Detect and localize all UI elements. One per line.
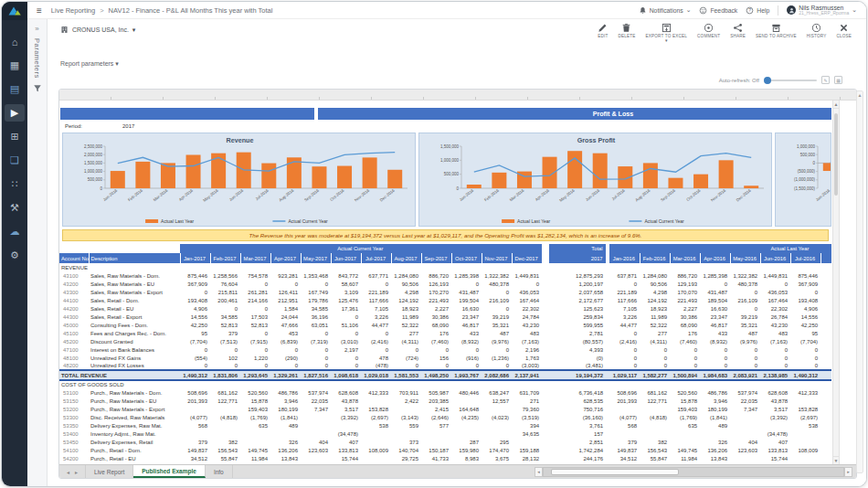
expand-parameters-icon[interactable]: » (35, 25, 38, 33)
table-cell (391, 405, 421, 413)
table-cell (361, 438, 391, 446)
table-row: 44300Sales, Retail - Export14,55634,5851… (59, 313, 831, 321)
clipped-chart: 1,000,000500,0000(500,000)(1,000,000)(1,… (775, 133, 831, 227)
table-cell: 0 (609, 354, 640, 362)
col-month (820, 253, 831, 263)
description-cell: Fees and Charges Rec. - Dom. (89, 329, 180, 337)
sheet-tab-live-report[interactable]: Live Report (85, 465, 133, 478)
table-cell: 214,166 (240, 296, 270, 304)
scroll-left-icon[interactable]: ◂ (535, 467, 543, 477)
table-row: 45200Discount Granted(7,704)(7,513)(7,91… (59, 337, 831, 345)
export-to-excel-button[interactable]: EXPORT TO EXCEL▾ (646, 22, 688, 42)
table-cell (640, 421, 670, 430)
edit-button[interactable]: EDIT (598, 22, 608, 42)
table-cell: (2,697) (790, 413, 820, 421)
table-cell-total: 2,851 (549, 438, 606, 446)
table-cell: 0 (760, 354, 790, 362)
sidebar-item-connections[interactable]: ∷ (5, 175, 25, 193)
table-cell: 0 (760, 362, 790, 370)
table-cell: 3,946 (270, 397, 301, 405)
table-cell: 123,603 (301, 446, 331, 454)
close-button[interactable]: CLOSE (836, 22, 852, 42)
sidebar-item-documents[interactable]: ❏ (5, 152, 25, 169)
tab-next-icon[interactable]: ▸ (73, 469, 79, 475)
sidebar-item-report-viewer[interactable]: ▶ (5, 104, 25, 122)
sheet-tab-info[interactable]: Info (206, 465, 233, 478)
table-cell: 24,044 (270, 313, 301, 321)
table-cell: 478 (361, 354, 391, 362)
table-cell (820, 421, 831, 430)
sidebar-item-tasks[interactable]: ▤ (5, 80, 25, 98)
sheet-tab-published-example[interactable]: Published Example (133, 465, 206, 478)
edit-layout-icon[interactable]: ✎ (821, 76, 830, 84)
window-scrollbar[interactable]: ▲ (856, 90, 863, 473)
table-cell (180, 405, 210, 413)
table-cell: 489 (700, 421, 730, 430)
grid-view-icon[interactable]: ▦ (834, 76, 842, 84)
table-cell: 0 (482, 304, 512, 313)
scroll-up-icon[interactable]: ▲ (833, 101, 839, 109)
table-section-row: COST OF GOODS SOLD (59, 380, 831, 388)
table-cell: 221,493 (670, 296, 700, 304)
table-cell: (1,841) (270, 413, 301, 421)
table-cell (730, 430, 760, 438)
sidebar-item-settings[interactable]: ⚙ (5, 247, 25, 264)
sheet-vertical-scrollbar[interactable]: ▲ ▼ (832, 101, 840, 464)
table-cell: 480,378 (730, 280, 760, 288)
company-selector[interactable]: CRONUS USA, Inc. ▾ (60, 26, 135, 34)
scroll-right-icon[interactable]: ▸ (844, 467, 852, 477)
tables-icon: ⊞ (10, 131, 18, 143)
table-cell: 212,951 (270, 296, 301, 304)
table-cell: 681,162 (210, 388, 240, 397)
main-area: CRONUS USA, Inc. ▾ EDITDELETEEXPORT TO E… (48, 19, 866, 486)
user-menu[interactable]: Nils Rasmussen 21_Hress_ERP_Rporma ⌄ (787, 5, 857, 16)
history-button[interactable]: HISTORY (807, 22, 827, 42)
sidebar-item-reports[interactable]: ▦ (5, 57, 25, 74)
hamburger-menu-icon[interactable]: ≡ (37, 5, 42, 16)
help-button[interactable]: ? Help (746, 6, 769, 15)
share-button[interactable]: SHARE (730, 22, 746, 42)
breadcrumb-section[interactable]: Live Reporting (51, 6, 95, 15)
notifications-button[interactable]: Notifications⌄ (639, 6, 692, 15)
tab-prev-icon[interactable]: ◂ (65, 469, 71, 475)
delete-button[interactable]: DELETE (618, 22, 635, 42)
scroll-down-icon[interactable]: ▼ (833, 456, 839, 464)
scrollbar-thumb[interactable] (834, 113, 838, 196)
comment-button[interactable]: COMMENT (697, 22, 720, 42)
table-cell: (4,311) (391, 337, 421, 345)
table-cell: 0 (700, 362, 730, 370)
sidebar-item-home[interactable]: ⌂ (5, 33, 25, 50)
table-cell: 193,408 (180, 296, 210, 304)
table-cell: 0 (790, 362, 820, 370)
app-logo[interactable] (2, 2, 27, 20)
table-cell (820, 397, 831, 405)
horizontal-scroll-track[interactable] (543, 467, 844, 477)
table-cell: 117,666 (609, 296, 640, 304)
table-cell: 201,393 (609, 397, 640, 405)
table-cell: 174,470 (482, 446, 512, 454)
col-month: Apr-2017 (270, 253, 301, 263)
sidebar-item-tools[interactable]: ⚒ (5, 199, 25, 217)
horizontal-scroll-thumb[interactable] (551, 469, 679, 475)
description-cell: Consulting Fees - Dom. (89, 321, 180, 329)
feedback-button[interactable]: Feedback (699, 6, 737, 15)
sidebar-item-storage[interactable]: ☁ (5, 223, 25, 240)
auto-refresh-toggle[interactable] (764, 77, 817, 84)
report-parameters-toggle[interactable]: Report parameters ▾ (60, 60, 119, 68)
svg-text:Oct-2016: Oct-2016 (685, 188, 702, 202)
table-cell: 180,199 (700, 405, 730, 413)
comment-icon (704, 23, 714, 33)
table-cell: 628,608 (760, 388, 790, 397)
account-no-cell: 53100 (59, 388, 89, 397)
svg-text:Gross Profit: Gross Profit (577, 136, 616, 144)
table-cell: 136,206 (700, 446, 730, 454)
table-cell: 133,813 (760, 446, 790, 454)
account-no-cell: 48200 (59, 362, 89, 370)
sidebar-item-tables[interactable]: ⊞ (5, 128, 25, 145)
send-to-archive-button[interactable]: SEND TO ARCHIVE (756, 22, 797, 42)
table-cell (482, 421, 512, 430)
filter-funnel-icon[interactable] (33, 84, 42, 93)
table-cell (270, 430, 301, 438)
scroll-up-icon[interactable]: ▲ (857, 91, 863, 100)
svg-text:(1,000,000): (1,000,000) (794, 177, 816, 182)
